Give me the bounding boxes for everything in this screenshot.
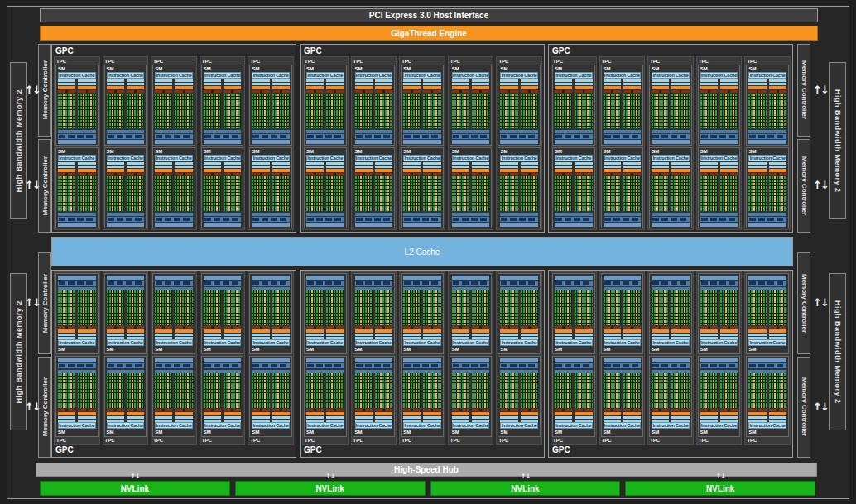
dispatch-bar bbox=[224, 329, 241, 333]
texture-units-bar bbox=[204, 134, 242, 139]
tpc: TPC SM Instruction Cache bbox=[696, 271, 743, 445]
texture-units-bar bbox=[403, 217, 441, 222]
shared-memory-bar bbox=[700, 358, 738, 362]
register-file-bar bbox=[769, 409, 786, 411]
cuda-core-grid bbox=[521, 176, 538, 211]
warp-scheduler-bar bbox=[272, 166, 290, 168]
memory-controller-label: Memory Controller bbox=[41, 156, 49, 215]
register-file-bar bbox=[472, 90, 489, 93]
processing-block bbox=[272, 162, 290, 211]
sm: SM Instruction Cache bbox=[249, 65, 292, 146]
processing-block bbox=[555, 162, 572, 211]
cuda-core-grid bbox=[224, 290, 241, 325]
warp-scheduler-bar bbox=[555, 83, 572, 85]
cuda-core-grid bbox=[175, 290, 192, 325]
processing-block bbox=[375, 290, 392, 339]
dispatch-bar bbox=[58, 86, 75, 89]
instruction-buffer-bar bbox=[769, 162, 786, 165]
warp-scheduler-bar bbox=[204, 334, 221, 336]
cuda-core-grid bbox=[127, 290, 144, 325]
instruction-cache: Instruction Cache bbox=[403, 155, 441, 161]
tpc-label: TPC bbox=[450, 58, 493, 65]
sm-label: SM bbox=[700, 430, 739, 435]
sm-processing-blocks bbox=[355, 373, 393, 422]
ldst-bar bbox=[355, 130, 393, 133]
cuda-core-grid bbox=[272, 176, 290, 211]
warp-scheduler-bar bbox=[107, 166, 124, 168]
shared-memory-bar bbox=[306, 358, 344, 362]
sm-processing-blocks bbox=[306, 290, 344, 339]
warp-scheduler-bar bbox=[204, 83, 221, 85]
warp-scheduler-bar bbox=[652, 416, 669, 419]
instruction-cache: Instruction Cache bbox=[604, 339, 642, 346]
processing-block bbox=[748, 290, 766, 339]
sm: SM Instruction Cache bbox=[55, 147, 99, 228]
dispatch-bar bbox=[403, 169, 421, 172]
instruction-cache: Instruction Cache bbox=[355, 422, 393, 429]
shared-memory-bar bbox=[306, 276, 344, 280]
instruction-cache-label: Instruction Cache bbox=[204, 156, 240, 161]
dispatch-bar bbox=[107, 169, 124, 172]
register-file-bar bbox=[127, 173, 144, 175]
gpc-label: GPC bbox=[551, 46, 791, 56]
dispatch-bar bbox=[155, 412, 172, 415]
sm-label: SM bbox=[748, 347, 787, 353]
tpc: TPC SM Instruction Cache bbox=[696, 56, 743, 230]
sm-stack: SM Instruction Cache SM bbox=[649, 273, 692, 437]
sm-label: SM bbox=[554, 66, 594, 72]
processing-block bbox=[326, 290, 344, 339]
dispatch-bar bbox=[175, 86, 192, 89]
warp-scheduler-bar bbox=[720, 416, 738, 419]
cuda-core-grid bbox=[375, 290, 392, 325]
register-file-bar bbox=[700, 173, 718, 175]
shared-memory-bar bbox=[748, 276, 786, 280]
processing-block bbox=[623, 79, 641, 128]
ldst-bar bbox=[500, 213, 538, 216]
tpc: TPC SM Instruction Cache bbox=[248, 271, 294, 445]
cuda-core-grid bbox=[107, 94, 124, 128]
instruction-cache-label: Instruction Cache bbox=[204, 423, 240, 428]
register-file-bar bbox=[604, 90, 621, 93]
instruction-cache-label: Instruction Cache bbox=[502, 423, 537, 428]
register-file-bar bbox=[326, 173, 344, 175]
cuda-core-grid bbox=[521, 373, 538, 408]
register-file-bar bbox=[252, 409, 269, 411]
instruction-cache-label: Instruction Cache bbox=[453, 340, 488, 345]
instruction-cache-label: Instruction Cache bbox=[59, 156, 94, 161]
instruction-buffer-bar bbox=[252, 162, 269, 165]
processing-block bbox=[204, 162, 221, 211]
shared-memory-bar bbox=[403, 223, 441, 227]
warp-scheduler-bar bbox=[355, 83, 373, 85]
tpc-label: TPC bbox=[104, 58, 147, 65]
sm-stack: SM Instruction Cache SM bbox=[401, 273, 444, 437]
register-file-bar bbox=[204, 409, 221, 411]
cuda-core-grid bbox=[375, 176, 392, 211]
instruction-buffer-bar bbox=[306, 79, 324, 82]
tpc: TPC SM Instruction Cache bbox=[744, 56, 791, 230]
texture-units-bar bbox=[306, 281, 344, 286]
ldst-bar bbox=[58, 130, 96, 133]
register-file-bar bbox=[107, 173, 124, 175]
warp-scheduler-bar bbox=[306, 416, 324, 419]
register-file-bar bbox=[604, 409, 621, 411]
processing-block bbox=[272, 79, 290, 128]
instruction-cache-label: Instruction Cache bbox=[356, 423, 392, 428]
cuda-core-grid bbox=[272, 290, 290, 325]
dispatch-bar bbox=[58, 329, 75, 333]
cuda-core-grid bbox=[452, 290, 469, 325]
sm-label: SM bbox=[603, 66, 642, 72]
register-file-bar bbox=[575, 173, 592, 175]
nvlink-4: NVLink bbox=[625, 481, 815, 496]
register-file-bar bbox=[58, 409, 75, 411]
register-file-bar bbox=[355, 90, 373, 93]
warp-scheduler-bar bbox=[175, 334, 192, 336]
processing-block bbox=[252, 79, 269, 128]
cuda-core-grid bbox=[107, 290, 124, 325]
dispatch-bar bbox=[604, 329, 621, 333]
sm-stack: SM Instruction Cache SM bbox=[698, 65, 741, 228]
register-file-bar bbox=[452, 409, 469, 411]
dispatch-bar bbox=[720, 329, 738, 333]
cuda-core-grid bbox=[224, 94, 241, 128]
dispatch-bar bbox=[127, 412, 144, 415]
warp-scheduler-bar bbox=[204, 416, 221, 419]
